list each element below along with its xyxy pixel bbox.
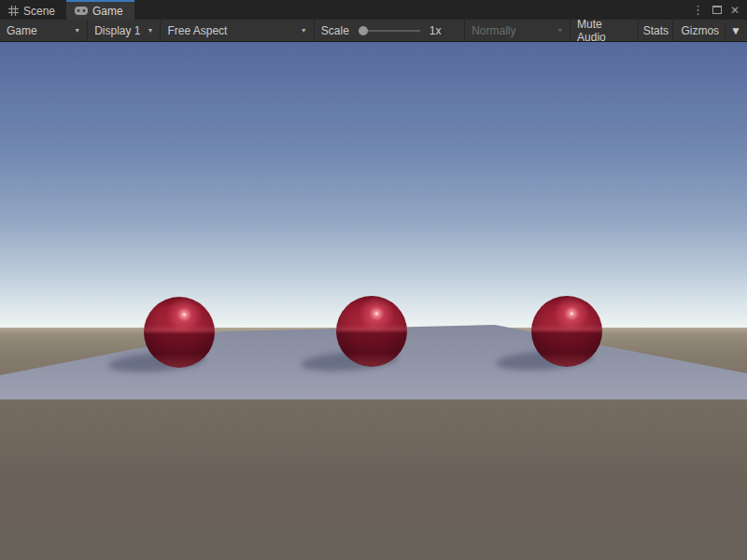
tab-bar: Scene Game ⋮ ✕ — [0, 0, 747, 20]
red-sphere — [531, 296, 602, 367]
maximize-icon[interactable] — [712, 6, 722, 14]
scale-label: Scale — [321, 24, 349, 37]
grid-icon — [8, 6, 19, 16]
chevron-down-icon: ▼ — [557, 27, 563, 34]
chevron-down-icon: ▼ — [301, 27, 307, 34]
close-icon[interactable]: ✕ — [730, 5, 740, 16]
stats-button[interactable]: Stats — [639, 20, 672, 41]
tab-game[interactable]: Game — [66, 0, 134, 20]
gizmos-button[interactable]: Gizmos ▼ — [673, 20, 747, 41]
game-toolbar: Game ▼ Display 1 ▼ Free Aspect ▼ Scale 1… — [0, 20, 747, 42]
play-mode-dropdown: Normally ▼ — [465, 20, 570, 41]
scale-slider[interactable] — [359, 30, 420, 32]
red-sphere — [144, 297, 215, 368]
mute-audio-button[interactable]: Mute Audio — [571, 20, 638, 41]
display-dropdown[interactable]: Display 1 ▼ — [88, 20, 160, 41]
game-viewport[interactable] — [0, 42, 747, 560]
gamepad-icon — [75, 7, 88, 15]
aspect-ratio-dropdown[interactable]: Free Aspect ▼ — [161, 20, 313, 41]
chevron-down-icon: ▼ — [74, 27, 80, 34]
scale-control: Scale 1x — [315, 20, 464, 41]
tab-scene[interactable]: Scene — [0, 2, 66, 20]
tab-scene-label: Scene — [23, 5, 55, 18]
chevron-down-icon: ▼ — [730, 24, 741, 37]
window-controls: ⋮ ✕ — [692, 0, 747, 20]
menu-icon[interactable]: ⋮ — [692, 4, 704, 16]
chevron-down-icon: ▼ — [148, 27, 154, 34]
red-sphere — [336, 296, 407, 367]
scale-value: 1x — [430, 24, 442, 37]
scale-slider-knob[interactable] — [359, 26, 368, 35]
game-mode-dropdown[interactable]: Game ▼ — [0, 20, 87, 41]
tab-game-label: Game — [92, 5, 123, 18]
